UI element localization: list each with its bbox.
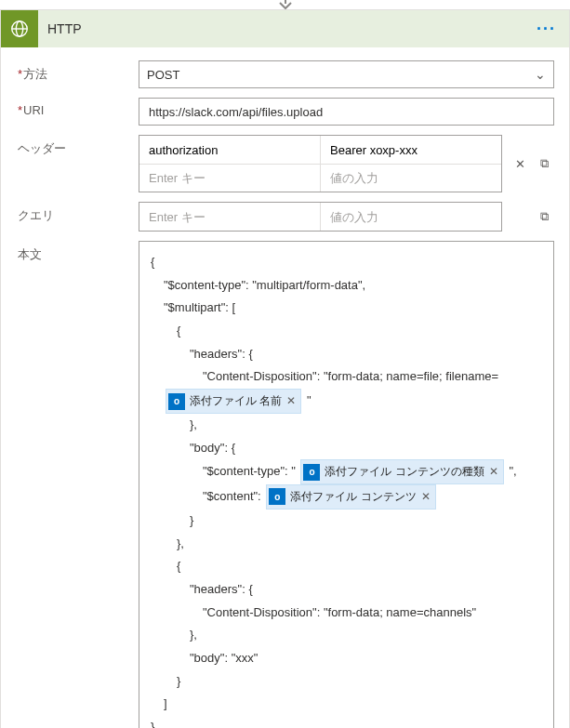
body-line: "$content": o 添付ファイル コンテンツ ✕ <box>151 484 542 510</box>
header-token-button[interactable]: ⧉ <box>534 153 554 174</box>
header-key-input[interactable] <box>147 142 312 158</box>
label-uri: *URI <box>18 98 139 117</box>
copy-icon: ⧉ <box>540 156 549 171</box>
step-header[interactable]: HTTP ··· <box>1 10 569 47</box>
arrow-down-icon <box>278 0 293 9</box>
token-remove-icon[interactable]: ✕ <box>421 486 431 508</box>
close-icon: ✕ <box>515 157 525 171</box>
token-attachment-content[interactable]: o 添付ファイル コンテンツ ✕ <box>266 484 435 510</box>
label-headers: ヘッダー <box>18 135 139 157</box>
step-body: *方法 POST ⌄ *URI ヘッダー <box>1 47 569 728</box>
body-editor[interactable]: { "$content-type": "multipart/form-data"… <box>139 241 554 728</box>
queries-grid <box>139 202 502 232</box>
token-remove-icon[interactable]: ✕ <box>286 390 296 412</box>
body-line: "Content-Disposition": "form-data; name=… <box>151 365 542 389</box>
body-line: } <box>151 510 542 533</box>
body-line: { <box>151 320 542 343</box>
method-value: POST <box>147 68 179 82</box>
body-line: "body": { <box>151 437 542 460</box>
uri-input[interactable] <box>147 104 546 120</box>
body-line: "Content-Disposition": "form-data; name=… <box>151 602 542 625</box>
row-queries: クエリ . ⧉ <box>18 202 554 232</box>
body-line: "$multipart": [ <box>151 297 542 320</box>
query-key-input[interactable] <box>147 209 312 225</box>
chevron-down-icon: ⌄ <box>535 67 546 82</box>
label-method: *方法 <box>18 60 139 83</box>
copy-icon: ⧉ <box>540 209 549 224</box>
body-line: }, <box>151 624 542 647</box>
header-remove-button[interactable]: ✕ <box>510 153 530 174</box>
header-value-input[interactable] <box>328 170 494 186</box>
row-uri: *URI <box>18 98 554 126</box>
outlook-icon: o <box>168 393 185 410</box>
method-select[interactable]: POST ⌄ <box>139 60 554 88</box>
label-queries: クエリ <box>18 202 139 224</box>
connector-top <box>0 0 570 9</box>
body-line: "body": "xxx" <box>151 647 542 670</box>
body-line: { <box>151 251 542 274</box>
body-line: } <box>151 670 542 694</box>
body-line: }, <box>151 533 542 556</box>
step-title: HTTP <box>38 21 531 36</box>
token-attachment-content-type[interactable]: o 添付ファイル コンテンツの種類 ✕ <box>300 459 503 484</box>
http-globe-icon <box>1 10 38 47</box>
outlook-icon: o <box>269 488 285 505</box>
row-body: 本文 { "$content-type": "multipart/form-da… <box>18 241 554 728</box>
body-line: } <box>151 716 542 728</box>
body-line: "headers": { <box>151 343 542 366</box>
token-remove-icon[interactable]: ✕ <box>489 461 498 483</box>
query-value-input[interactable] <box>328 209 494 225</box>
body-line: o 添付ファイル 名前 ✕ " <box>151 389 542 414</box>
body-line: "$content-type": "multipart/form-data", <box>151 274 542 298</box>
header-row-empty <box>139 164 501 192</box>
header-value-input[interactable] <box>328 142 494 158</box>
body-line: "$content-type": " o 添付ファイル コンテンツの種類 ✕ "… <box>151 459 542 484</box>
uri-input-wrap <box>139 98 554 126</box>
query-token-button[interactable]: ⧉ <box>534 206 554 227</box>
header-key-input[interactable] <box>147 170 312 186</box>
token-attachment-name[interactable]: o 添付ファイル 名前 ✕ <box>166 389 301 414</box>
row-headers: ヘッダー ✕ <box>18 135 554 192</box>
query-row-empty <box>139 203 501 231</box>
label-body: 本文 <box>18 241 139 263</box>
http-action-card: HTTP ··· *方法 POST ⌄ *URI ヘッダー <box>0 9 570 728</box>
step-menu-button[interactable]: ··· <box>531 20 562 39</box>
body-line: }, <box>151 414 542 437</box>
outlook-icon: o <box>303 464 320 481</box>
headers-grid <box>139 135 502 192</box>
header-row <box>139 136 501 164</box>
body-line: { <box>151 555 542 578</box>
body-line: "headers": { <box>151 578 542 602</box>
body-line: ] <box>151 693 542 716</box>
row-method: *方法 POST ⌄ <box>18 60 554 88</box>
